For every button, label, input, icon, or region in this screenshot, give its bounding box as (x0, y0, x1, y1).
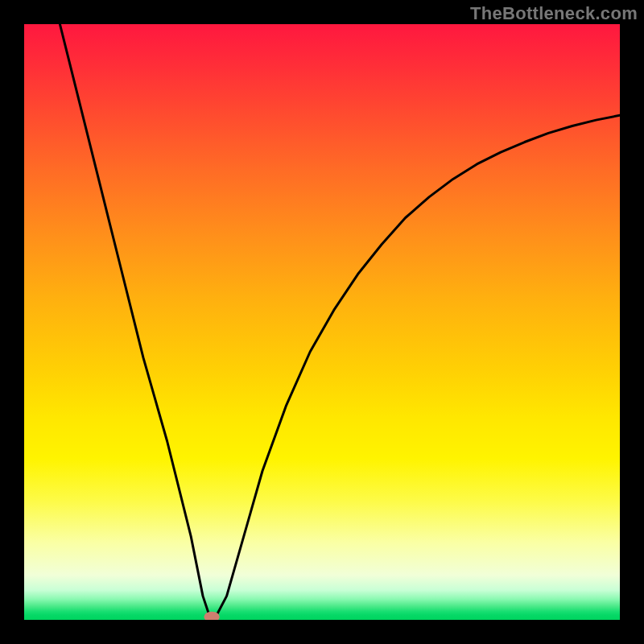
watermark-text: TheBottleneck.com (470, 3, 638, 24)
bottleneck-curve (60, 24, 620, 619)
bottleneck-curve-svg (24, 24, 620, 620)
chart-frame: TheBottleneck.com (0, 0, 644, 644)
plot-area (24, 24, 620, 620)
